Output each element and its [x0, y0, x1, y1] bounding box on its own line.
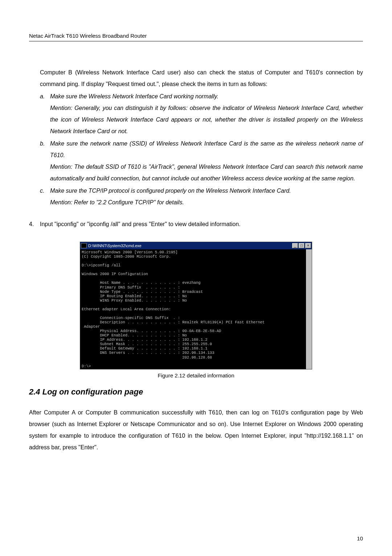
window-titlebar[interactable]: D:\WINNT\System32\cmd.exe _ □ ×: [80, 242, 312, 249]
close-button[interactable]: ×: [305, 243, 311, 248]
list-marker: c.: [40, 185, 44, 197]
list-item: a. Make sure the Wireless Network Interf…: [40, 91, 363, 137]
window-title: D:\WINNT\System32\cmd.exe: [88, 244, 291, 248]
list-item: 4. Input "ipconfig" or "ipconfig /all" a…: [29, 218, 363, 230]
cmd-window: D:\WINNT\System32\cmd.exe _ □ × Microsof…: [80, 242, 312, 369]
section-heading: 2.4 Log on configuration page: [29, 387, 363, 397]
cmd-output[interactable]: Microsoft Windows 2000 [Version 5.00.219…: [80, 249, 312, 369]
page-number: 10: [357, 535, 363, 541]
list-text: Make sure the Wireless Network Interface…: [50, 93, 363, 134]
cmd-icon: [81, 243, 87, 248]
list-marker: 4.: [29, 218, 34, 230]
maximize-button[interactable]: □: [299, 243, 305, 248]
alpha-list: a. Make sure the Wireless Network Interf…: [40, 91, 363, 208]
numbered-list: 4. Input "ipconfig" or "ipconfig /all" a…: [29, 218, 363, 230]
scroll-up-button[interactable]: ▲: [306, 249, 312, 255]
list-text: Make sure the TCP/IP protocol is configu…: [50, 188, 291, 205]
cmd-text: Microsoft Windows 2000 [Version 5.00.219…: [82, 250, 265, 368]
list-text: Make sure the network name (SSID) of Wir…: [50, 140, 363, 181]
list-marker: b.: [40, 138, 45, 150]
minimize-button[interactable]: _: [292, 243, 298, 248]
figure-caption: Figure 2.12 detailed information: [29, 372, 363, 379]
running-header: Netac AirTrack T610 Wireless Broadband R…: [29, 33, 363, 41]
intro-paragraph: Computer B (Wireless Network Interface C…: [40, 67, 363, 90]
document-page: Netac AirTrack T610 Wireless Broadband R…: [0, 0, 392, 468]
list-item: c. Make sure the TCP/IP protocol is conf…: [40, 185, 363, 208]
list-item: b. Make sure the network name (SSID) of …: [40, 138, 363, 184]
scroll-down-button[interactable]: ▼: [306, 363, 312, 369]
list-marker: a.: [40, 91, 45, 102]
list-text: Input "ipconfig" or "ipconfig /all" and …: [40, 221, 241, 227]
section-body: After Computer A or Computer B communica…: [29, 407, 363, 453]
